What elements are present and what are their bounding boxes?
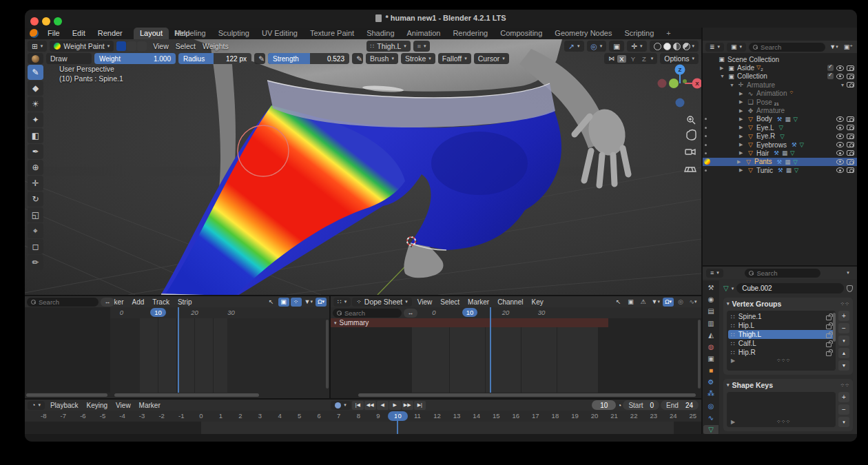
topbar-menu[interactable]: Edit <box>68 28 90 38</box>
expand-arrow-icon[interactable]: ▶ <box>739 167 745 173</box>
nla-menu[interactable]: Track <box>148 298 174 306</box>
shape-keys-list[interactable]: ▶⁘⁘⁘ <box>727 392 836 427</box>
toolbar-tool-button[interactable]: ◻ <box>28 239 43 254</box>
timeline-playhead[interactable] <box>397 411 398 434</box>
modifier-wrench-icon[interactable]: ⚒ <box>778 167 783 174</box>
workspace-tab[interactable]: Sculpting <box>212 28 256 39</box>
prev-keyframe-button[interactable]: ◀◀ <box>364 401 376 410</box>
active-tool-label[interactable]: Draw <box>46 53 92 64</box>
face-mask-toggle[interactable] <box>116 41 126 51</box>
properties-tab[interactable]: ▥ <box>703 318 719 327</box>
workspace-tab[interactable]: UV Editing <box>256 28 304 39</box>
remove-vertex-group-button[interactable]: − <box>838 323 849 333</box>
hide-chevron-icon[interactable]: ▾ <box>841 82 844 88</box>
dope-vscrollbar[interactable] <box>698 320 701 389</box>
play-button[interactable]: ▶ <box>389 401 401 410</box>
mesh-data-icon[interactable]: ▽ <box>793 116 798 123</box>
disable-in-render-icon[interactable] <box>847 142 854 147</box>
nla-playhead[interactable] <box>178 307 179 393</box>
vertex-group-row[interactable]: ∷ Thigh.L <box>728 330 834 339</box>
expand-arrow-icon[interactable]: ▶ <box>739 116 745 122</box>
dope-scrollbar[interactable] <box>358 393 696 397</box>
properties-tab[interactable]: ◎ <box>703 402 719 411</box>
move-group-down-button[interactable]: ▼ <box>838 360 849 371</box>
hide-in-viewport-icon[interactable] <box>836 74 844 79</box>
toolbar-tool-button[interactable]: ◱ <box>28 207 43 223</box>
modifier-stack-icon[interactable]: ▦ <box>786 167 792 174</box>
toolbar-tool-button[interactable]: ◆ <box>28 81 43 96</box>
hide-in-viewport-icon[interactable] <box>836 150 844 156</box>
disable-in-render-icon[interactable] <box>847 125 854 130</box>
disable-in-render-icon[interactable] <box>847 65 854 71</box>
fake-user-shield-icon[interactable] <box>847 285 853 292</box>
properties-tab[interactable]: ∿ <box>703 413 719 422</box>
outliner-row[interactable]: ▣ Scene Collection ⚒ ▦ ▽ ▾ <box>703 55 857 63</box>
mesh-data-icon[interactable]: ▽ <box>800 141 805 148</box>
mesh-data-icon[interactable]: ▽ <box>794 167 799 174</box>
brush-preview-button[interactable] <box>28 53 43 64</box>
symmetry-z-button[interactable]: Z <box>640 55 648 63</box>
bone-select-toggle[interactable] <box>137 41 147 51</box>
nla-menu[interactable]: Add <box>127 298 148 306</box>
add-vertex-group-button[interactable]: + <box>838 311 849 321</box>
workspace-tab[interactable]: Texture Paint <box>304 28 360 39</box>
properties-tab[interactable]: ■ <box>703 366 719 375</box>
jump-to-end-button[interactable]: ▶| <box>414 401 426 410</box>
tool-popover[interactable]: Stroke▾ <box>401 53 435 64</box>
list-expand-icon[interactable]: ▶ <box>731 358 735 364</box>
expand-arrow-icon[interactable]: ▶ <box>739 142 745 147</box>
strength-pressure-button[interactable]: ✎ <box>352 53 363 64</box>
auto-keyframe-clock-icon[interactable]: ◔ <box>617 402 621 409</box>
hide-in-viewport-icon[interactable] <box>836 167 844 173</box>
timeline-editor[interactable]: ◔▾ PlaybackKeyingViewMarker ▾ |◀ ◀◀ ◀ ▶ … <box>25 398 701 434</box>
workspace-tab[interactable]: + <box>660 28 676 39</box>
3d-viewport[interactable]: X Z ⊞▾ Weight Paint▾ <box>25 39 701 295</box>
expand-arrow-icon[interactable]: ▶ <box>739 91 745 96</box>
dope-sheet-editor[interactable]: ∷▾ ⁘ Dope Sheet▾ ViewSelectMarkerChannel… <box>329 295 701 398</box>
outliner-row[interactable]: ▶ ✥ Armature ⚒ ▦ ▽ ▾ <box>703 106 857 114</box>
toolbar-tool-button[interactable]: ↻ <box>28 192 43 207</box>
weight-slider[interactable]: Weight1.000 <box>94 53 176 64</box>
workspace-tab[interactable]: Rendering <box>446 28 494 39</box>
toolbar-tool-button[interactable]: ✏ <box>28 255 43 270</box>
list-resize-grip[interactable]: ⁘⁘⁘ <box>776 358 790 364</box>
dope-editor-type-button[interactable]: ∷▾ <box>333 298 351 307</box>
next-keyframe-button[interactable]: ▶▶ <box>402 401 413 410</box>
disable-in-render-icon[interactable] <box>847 167 854 173</box>
workspace-tab[interactable]: Geometry Nodes <box>548 28 618 39</box>
outliner-row[interactable]: ▶ ▽ Body ⚒ ▦ ▽ ▾ <box>703 115 857 123</box>
properties-options-button[interactable]: ▾ <box>843 269 854 278</box>
expand-arrow-icon[interactable]: ▼ <box>720 74 725 79</box>
topbar-menu[interactable]: Render <box>93 28 127 38</box>
toolbar-tool-button[interactable]: ⌖ <box>28 223 43 238</box>
hide-in-viewport-icon[interactable] <box>836 142 844 147</box>
outliner-row[interactable]: ▼ ✛ Armature ⚒ ▦ ▽ ▾ <box>703 81 857 89</box>
outliner-row[interactable]: ▶ ▽ Eye.L ⚒ ▦ ▽ ▾ <box>703 123 857 132</box>
radius-slider[interactable]: Radius122 px <box>178 53 251 64</box>
dope-menu[interactable]: Key <box>527 298 547 306</box>
lock-open-icon[interactable] <box>826 324 831 329</box>
editor-type-button[interactable]: ⊞▾ <box>28 41 47 52</box>
outliner-filter-button[interactable]: ▼▾ <box>828 43 839 52</box>
disable-in-render-icon[interactable] <box>847 82 854 87</box>
shape-key-specials-button[interactable]: ▾ <box>838 417 849 427</box>
xray-toggle[interactable]: ▣ <box>609 41 624 52</box>
outliner-row[interactable]: ▶ ∿ Animation ⁘ ⚒ ▦ ▽ ▾ <box>703 90 857 98</box>
summary-channel[interactable]: ▾ Summary <box>331 318 608 327</box>
symmetry-x-button[interactable]: X <box>617 55 626 63</box>
nla-search-input[interactable]: Search <box>27 298 99 307</box>
properties-tab[interactable]: ◍ <box>703 342 719 351</box>
toolbar-tool-button[interactable]: ✛ <box>28 176 43 191</box>
lock-open-icon[interactable] <box>826 342 831 347</box>
toolbar-tool-button[interactable]: ☀ <box>28 96 43 112</box>
symmetry-y-button[interactable]: Y <box>629 55 637 63</box>
toolbar-tool-button[interactable]: ⊕ <box>28 160 43 175</box>
properties-tab[interactable]: ▽ <box>703 425 719 434</box>
dope-menu[interactable]: View <box>413 298 437 306</box>
material-shading-icon[interactable] <box>673 43 681 50</box>
timeline-menu[interactable]: Playback <box>46 402 83 409</box>
dope-mode-selector[interactable]: ⁘ Dope Sheet▾ <box>352 298 412 307</box>
workspace-tab[interactable]: Scripting <box>618 28 660 39</box>
outliner-row[interactable]: ▶ ▽ Eye.R ⚒ ▦ ▽ ▾ <box>703 132 857 141</box>
frame-start-field[interactable]: Start0 <box>623 400 659 410</box>
